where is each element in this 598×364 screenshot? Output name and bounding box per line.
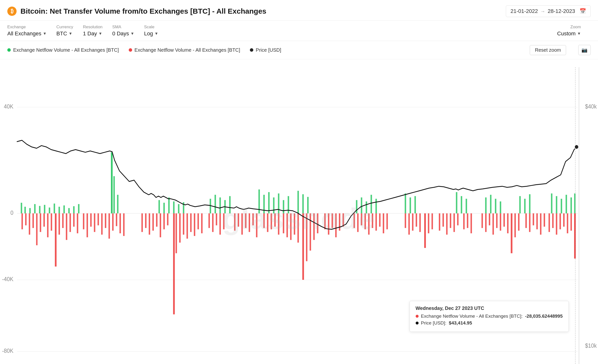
svg-rect-182 [450, 213, 451, 228]
svg-rect-137 [249, 213, 250, 232]
svg-rect-168 [379, 213, 381, 227]
svg-rect-102 [94, 213, 95, 232]
svg-rect-28 [49, 207, 50, 213]
svg-rect-39 [163, 203, 165, 214]
svg-rect-171 [405, 213, 406, 228]
svg-rect-30 [59, 207, 60, 213]
page-title: Bitcoin: Net Transfer Volume from/to Exc… [20, 7, 266, 15]
resolution-select[interactable]: 1 Day ▼ [83, 30, 102, 37]
chart-svg: 40K 0 -40K -80K $40k $10k Mar '22 May '2… [0, 59, 598, 364]
svg-rect-72 [495, 199, 496, 213]
exchange-chevron: ▼ [43, 31, 47, 36]
svg-rect-62 [371, 195, 372, 213]
svg-rect-74 [519, 196, 521, 213]
svg-rect-151 [306, 213, 307, 261]
svg-rect-71 [490, 195, 491, 213]
svg-rect-83 [21, 213, 23, 229]
calendar-icon[interactable]: 📅 [579, 8, 586, 14]
svg-rect-205 [549, 213, 550, 232]
svg-rect-150 [302, 213, 304, 280]
svg-rect-84 [25, 213, 27, 225]
svg-rect-206 [552, 213, 554, 228]
svg-rect-109 [119, 213, 121, 233]
svg-rect-35 [111, 152, 113, 214]
date-start: 21-01-2022 [510, 8, 538, 14]
svg-rect-76 [529, 194, 530, 213]
svg-text:0: 0 [10, 209, 13, 216]
camera-button[interactable]: 📷 [578, 45, 591, 55]
svg-rect-202 [536, 213, 538, 229]
svg-rect-154 [317, 213, 318, 233]
currency-select[interactable]: BTC ▼ [56, 30, 73, 37]
sma-select[interactable]: 0 Days ▼ [112, 30, 134, 37]
svg-rect-189 [485, 213, 487, 232]
svg-rect-129 [212, 213, 214, 232]
svg-rect-86 [32, 213, 34, 228]
controls-row: Exchange All Exchanges ▼ Currency BTC ▼ … [0, 21, 598, 41]
svg-rect-152 [310, 213, 311, 251]
svg-rect-66 [414, 196, 416, 213]
svg-rect-79 [561, 199, 562, 213]
zoom-select[interactable]: Custom ▼ [557, 30, 581, 37]
svg-rect-73 [500, 201, 501, 213]
svg-rect-42 [178, 204, 179, 213]
svg-rect-173 [412, 213, 413, 231]
svg-rect-184 [457, 213, 459, 225]
svg-rect-120 [176, 213, 177, 253]
reset-zoom-button[interactable]: Reset zoom [530, 45, 566, 55]
legend-item-dark: Price [USD] [250, 47, 281, 53]
svg-rect-104 [101, 213, 103, 235]
sma-value: 0 Days [112, 30, 129, 37]
svg-rect-121 [179, 213, 181, 243]
svg-rect-158 [335, 213, 337, 237]
svg-rect-207 [556, 213, 557, 235]
svg-rect-164 [364, 213, 366, 229]
svg-rect-80 [566, 195, 567, 213]
svg-rect-133 [234, 213, 235, 231]
svg-rect-78 [556, 196, 557, 213]
svg-rect-63 [375, 199, 377, 213]
svg-rect-61 [366, 201, 367, 213]
legend-item-green: Exchange Netflow Volume - All Exchanges … [7, 47, 119, 53]
svg-rect-33 [73, 206, 75, 213]
svg-rect-58 [307, 197, 309, 214]
svg-rect-26 [39, 206, 40, 214]
svg-rect-166 [372, 213, 373, 228]
date-end: 28-12-2023 [548, 8, 575, 14]
svg-rect-116 [160, 213, 161, 237]
svg-rect-114 [152, 213, 154, 231]
legend-item-red: Exchange Netflow Volume - All Exchanges … [129, 47, 240, 53]
exchange-control: Exchange All Exchanges ▼ [7, 25, 47, 37]
svg-rect-108 [116, 213, 117, 226]
svg-rect-64 [405, 193, 406, 213]
svg-rect-75 [524, 199, 526, 213]
svg-rect-119 [173, 213, 175, 314]
zoom-chevron: ▼ [577, 31, 581, 36]
svg-rect-37 [117, 195, 118, 213]
svg-rect-68 [461, 196, 462, 213]
date-range[interactable]: 21-01-2022 → 28-12-2023 📅 [506, 5, 591, 17]
scale-control: Scale Log ▼ [144, 25, 158, 37]
svg-rect-179 [439, 213, 440, 231]
svg-rect-149 [297, 213, 299, 243]
svg-rect-106 [108, 213, 110, 239]
svg-rect-208 [559, 213, 561, 229]
svg-rect-210 [567, 213, 568, 233]
svg-rect-153 [313, 213, 315, 240]
svg-rect-40 [168, 197, 170, 213]
svg-text:$40k: $40k [585, 103, 597, 110]
svg-rect-90 [47, 213, 49, 237]
svg-rect-142 [271, 213, 272, 229]
svg-text:40K: 40K [4, 103, 14, 110]
svg-rect-69 [466, 199, 467, 213]
svg-rect-96 [69, 213, 71, 232]
svg-rect-147 [290, 213, 292, 240]
legend-dot-green [7, 48, 11, 52]
exchange-select[interactable]: All Exchanges ▼ [7, 30, 47, 37]
svg-rect-174 [416, 213, 417, 227]
svg-rect-172 [408, 213, 410, 235]
scale-label: Scale [144, 25, 158, 30]
svg-rect-193 [500, 213, 501, 231]
svg-rect-175 [419, 213, 421, 232]
scale-select[interactable]: Log ▼ [144, 30, 158, 37]
